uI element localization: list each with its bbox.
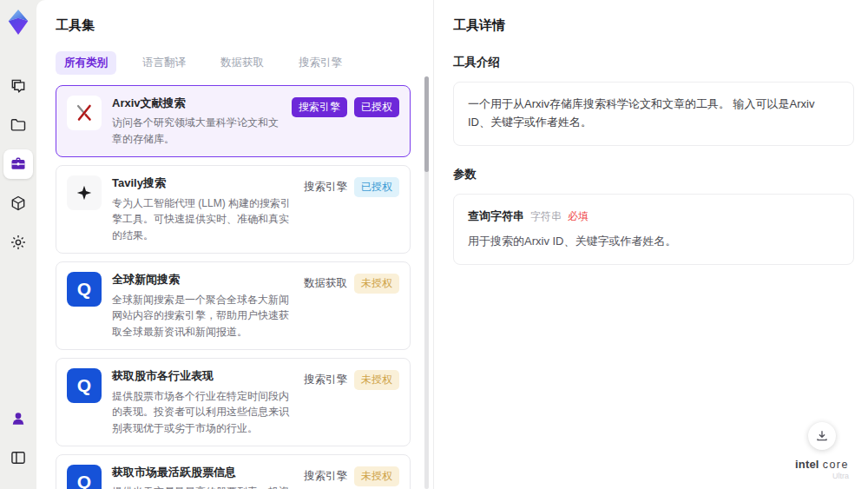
tool-description: 专为人工智能代理 (LLM) 构建的搜索引擎工具。可快速提供实时、准确和真实的结… (112, 195, 293, 244)
param-name: 查询字符串 (468, 208, 524, 226)
category-label: 数据获取 (304, 276, 347, 291)
tavily-star-icon (67, 175, 102, 210)
tool-card-tavily[interactable]: Tavily搜索 专为人工智能代理 (LLM) 构建的搜索引擎工具。可快速提供实… (56, 165, 411, 254)
tool-card-sector-performance[interactable]: Q 获取股市各行业表现 提供股票市场各个行业在特定时间段内的表现。投资者可以利用… (56, 358, 411, 446)
intel-wordmark: intel (795, 458, 819, 471)
tool-description: 提供股票市场各个行业在特定时间段内的表现。投资者可以利用这些信息来识别表现优于或… (112, 388, 293, 437)
category-tabs: 所有类别 语言翻译 数据获取 搜索引擎 (56, 51, 411, 75)
tab-language-translation[interactable]: 语言翻译 (134, 51, 194, 75)
intel-sub-label: Ultra (832, 472, 849, 480)
param-required-flag: 必填 (568, 208, 589, 225)
tool-name: 获取市场最活跃股票信息 (112, 465, 293, 480)
user-avatar-icon[interactable] (3, 404, 33, 433)
briefcase-icon[interactable] (3, 149, 33, 179)
settings-gear-icon[interactable] (3, 228, 33, 257)
category-label: 搜索引擎 (304, 469, 347, 484)
news-q-logo-icon: Q (67, 272, 102, 307)
category-label: 搜索引擎 (304, 373, 347, 387)
tool-card-arxiv[interactable]: Arxiv文献搜索 访问各个研究领域大量科学论文和文章的存储库。 搜索引擎 已授… (56, 85, 411, 157)
details-title: 工具详情 (453, 17, 854, 34)
intro-text-box: 一个用于从Arxiv存储库搜索科学论文和文章的工具。 输入可以是Arxiv ID… (453, 82, 854, 146)
tool-name: Arxiv文献搜索 (112, 96, 281, 111)
app-window: 工具集 所有类别 语言翻译 数据获取 搜索引擎 (0, 0, 868, 489)
cube-icon[interactable] (3, 188, 33, 218)
status-badge-unauthorized: 未授权 (354, 370, 399, 390)
tool-name: 全球新闻搜索 (112, 272, 293, 287)
scrollbar-thumb[interactable] (424, 76, 429, 172)
category-badge: 搜索引擎 (292, 97, 347, 117)
status-badge-unauthorized: 未授权 (354, 466, 399, 486)
param-type: 字符串 (530, 208, 562, 225)
intro-heading: 工具介绍 (453, 55, 854, 70)
tab-data-fetch[interactable]: 数据获取 (212, 51, 273, 75)
tool-card-most-active-stocks[interactable]: Q 获取市场最活跃股票信息 提供当天交易量最高的股票列表，投资者可以利用这些信息… (56, 454, 411, 489)
status-badge-unauthorized: 未授权 (354, 274, 399, 294)
status-badge-authorized: 已授权 (354, 177, 399, 197)
tools-list-pane: 工具集 所有类别 语言翻译 数据获取 搜索引擎 (36, 0, 434, 489)
tools-panel-title: 工具集 (56, 17, 411, 34)
tool-description: 访问各个研究领域大量科学论文和文章的存储库。 (112, 115, 281, 147)
bottom-right-widgets: intel core Ultra (795, 422, 849, 480)
tool-details-pane: 工具详情 工具介绍 一个用于从Arxiv存储库搜索科学论文和文章的工具。 输入可… (434, 0, 868, 489)
arxiv-logo-icon (67, 96, 102, 130)
params-heading: 参数 (453, 167, 854, 182)
news-q-logo-icon: Q (67, 465, 102, 489)
tab-search-engine[interactable]: 搜索引擎 (290, 51, 351, 75)
main-surface: 工具集 所有类别 语言翻译 数据获取 搜索引擎 (36, 0, 868, 489)
core-wordmark: core (823, 459, 849, 471)
category-label: 搜索引擎 (304, 180, 347, 195)
tab-all-categories[interactable]: 所有类别 (56, 51, 116, 75)
param-description: 用于搜索的Arxiv ID、关键字或作者姓名。 (468, 233, 839, 251)
tool-name: 获取股市各行业表现 (112, 368, 293, 384)
download-icon (815, 429, 829, 443)
list-scrollbar[interactable] (424, 76, 429, 489)
intel-core-logo: intel core (795, 458, 849, 471)
tool-name: Tavily搜索 (112, 175, 293, 191)
left-rail (0, 0, 36, 489)
parameter-box: 查询字符串 字符串 必填 用于搜索的Arxiv ID、关键字或作者姓名。 (453, 194, 854, 266)
status-badge-authorized: 已授权 (354, 97, 399, 117)
tool-description: 全球新闻搜索是一个聚合全球各大新闻网站内容的搜索引擎，帮助用户快速获取全球最新资… (112, 292, 293, 340)
tool-card-global-news[interactable]: Q 全球新闻搜索 全球新闻搜索是一个聚合全球各大新闻网站内容的搜索引擎，帮助用户… (56, 261, 411, 350)
chat-icon[interactable] (3, 71, 33, 101)
tool-description: 提供当天交易量最高的股票列表，投资者可以利用这些信息来识别流动性强的股票和潜在的… (112, 484, 293, 489)
folder-icon[interactable] (3, 110, 33, 140)
collapse-panel-icon[interactable] (3, 443, 33, 472)
app-logo-icon (5, 9, 31, 36)
news-q-logo-icon: Q (67, 368, 102, 403)
tool-card-list: Arxiv文献搜索 访问各个研究领域大量科学论文和文章的存储库。 搜索引擎 已授… (56, 85, 411, 489)
download-button[interactable] (808, 422, 836, 450)
